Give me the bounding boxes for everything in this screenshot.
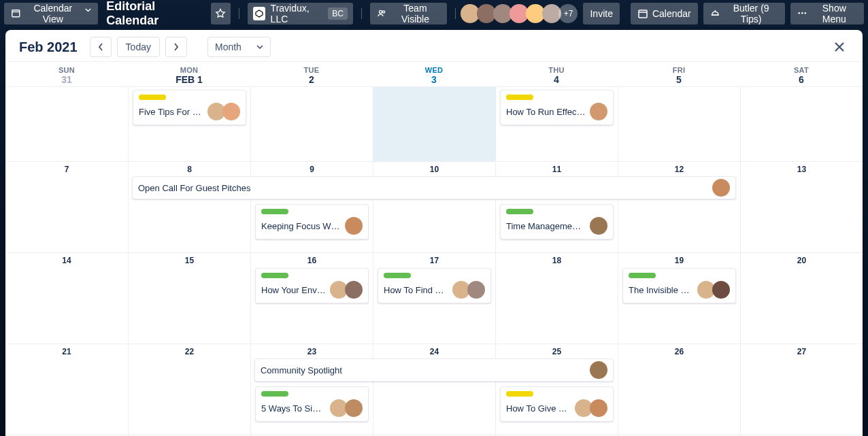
calendar-card[interactable]: Time Management Ti…: [500, 204, 614, 239]
date-number: 25: [496, 347, 618, 356]
dow-date: 3: [373, 74, 495, 85]
card-title: Keeping Focus While…: [261, 221, 341, 231]
calendar-view-switcher[interactable]: Calendar View: [4, 3, 98, 24]
invite-button[interactable]: Invite: [583, 3, 619, 24]
dow-thu: THU 4: [495, 62, 618, 86]
day-cell[interactable]: 20: [740, 252, 863, 343]
calendar-card[interactable]: Keeping Focus While…: [255, 204, 369, 239]
card-label-yellow: [139, 95, 166, 100]
day-cell[interactable]: 10: [373, 161, 495, 252]
card-title: The Invisible Pro…: [629, 285, 693, 295]
card-title: How Your Enviro…: [261, 285, 326, 295]
calendar-card[interactable]: How Your Enviro…: [255, 268, 369, 303]
calendar-card[interactable]: 5 Ways To Simpl…: [255, 386, 369, 422]
workspace-name: Travidux, LLC: [271, 3, 323, 24]
day-cell[interactable]: 9 Keeping Focus While…: [250, 161, 373, 252]
day-cell[interactable]: 24: [373, 343, 495, 435]
day-cell[interactable]: 25 How To Give Yo…: [495, 343, 618, 435]
chevron-left-icon: [97, 43, 104, 51]
avatar-overflow[interactable]: +7: [558, 4, 578, 23]
day-cell[interactable]: 15: [128, 252, 250, 343]
day-cell[interactable]: Five Tips For Inb…: [128, 86, 250, 161]
day-cell[interactable]: 27: [740, 343, 863, 435]
dow-fri: FRI 5: [618, 62, 740, 86]
dow-date: 6: [740, 74, 863, 85]
day-cell[interactable]: 14: [5, 252, 128, 343]
calendar-card[interactable]: How To Give Yo…: [500, 386, 614, 422]
dow-date: 31: [5, 74, 128, 85]
calendar-card-span[interactable]: Open Call For Guest Pitches: [132, 176, 736, 199]
date-number: 27: [741, 347, 863, 356]
day-cell[interactable]: 13: [740, 161, 863, 252]
day-cell[interactable]: 16 How Your Enviro…: [250, 252, 373, 343]
date-number: 20: [741, 256, 863, 265]
day-cell[interactable]: [5, 86, 128, 161]
divider: [361, 8, 362, 19]
card-members: [345, 217, 363, 235]
calendar-card[interactable]: The Invisible Pro…: [622, 268, 736, 303]
calendar-powerup-button[interactable]: Calendar: [631, 3, 698, 24]
member-avatars[interactable]: +7: [463, 4, 578, 23]
today-button[interactable]: Today: [117, 37, 160, 57]
chevron-down-icon: [256, 45, 263, 49]
workspace-icon: [253, 7, 265, 20]
svg-point-3: [382, 11, 384, 13]
calendar-card[interactable]: How To Find You…: [378, 268, 491, 303]
butler-button[interactable]: Butler (9 Tips): [703, 3, 785, 24]
card-title: How To Give Yo…: [506, 403, 571, 414]
dow-sat: SAT 6: [740, 62, 863, 86]
butler-label: Butler (9 Tips): [724, 3, 778, 24]
show-menu-button[interactable]: Show Menu: [790, 3, 864, 24]
menu-dots-icon: [797, 8, 807, 19]
day-cell[interactable]: How To Run Effective…: [495, 86, 618, 161]
close-calendar-button[interactable]: [827, 37, 852, 56]
card-title: Community Spotlight: [261, 365, 587, 375]
date-number: 16: [251, 256, 373, 265]
date-number: 12: [618, 165, 740, 174]
dow-header: SUN 31 MON FEB 1 TUE 2 WED 3 THU 4 FRI 5…: [5, 61, 863, 86]
day-cell[interactable]: 7: [5, 161, 128, 252]
star-board-button[interactable]: [211, 3, 231, 24]
calendar-card[interactable]: How To Run Effective…: [500, 90, 614, 125]
range-select[interactable]: Month: [207, 37, 271, 57]
day-cell[interactable]: 22: [128, 343, 250, 435]
day-cell[interactable]: 12: [618, 161, 740, 252]
calendar-card-span[interactable]: Community Spotlight: [254, 358, 614, 382]
day-cell[interactable]: 21: [5, 343, 128, 435]
card-members: [207, 103, 240, 120]
dow-name: FRI: [618, 66, 740, 74]
card-label-green: [261, 209, 288, 214]
day-cell[interactable]: 18: [495, 252, 618, 343]
day-cell-today[interactable]: [373, 86, 495, 161]
svg-point-8: [798, 12, 800, 14]
day-cell[interactable]: 17 How To Find You…: [373, 252, 495, 343]
card-members: [697, 281, 730, 299]
day-cell[interactable]: [618, 86, 740, 161]
svg-rect-4: [639, 10, 647, 18]
board-title[interactable]: Editorial Calendar: [103, 0, 205, 28]
date-number: 17: [373, 256, 495, 265]
prev-month-button[interactable]: [90, 37, 112, 57]
day-cell[interactable]: [250, 86, 373, 161]
day-cell[interactable]: 8: [128, 161, 250, 252]
bc-chip: BC: [328, 7, 348, 20]
dow-name: WED: [373, 66, 495, 74]
card-label-yellow: [506, 95, 533, 100]
date-number: 9: [251, 165, 373, 174]
dow-wed: WED 3: [373, 62, 495, 86]
calendar-card[interactable]: Five Tips For Inb…: [133, 90, 246, 125]
day-cell[interactable]: [740, 86, 863, 161]
date-number: 8: [129, 165, 250, 174]
workspace-chip[interactable]: Travidux, LLC BC: [248, 3, 353, 24]
day-cell[interactable]: 19 The Invisible Pro…: [618, 252, 740, 343]
board-top-bar: Calendar View Editorial Calendar Travidu…: [0, 0, 868, 27]
day-cell[interactable]: 23 5 Ways To Simpl…: [250, 343, 373, 435]
day-cell[interactable]: 11 Time Management Ti…: [495, 161, 618, 252]
card-title: Open Call For Guest Pitches: [138, 183, 710, 193]
team-visible-button[interactable]: Team Visible: [370, 3, 447, 24]
date-number: 10: [373, 165, 495, 174]
card-label-green: [384, 273, 411, 278]
next-month-button[interactable]: [165, 37, 187, 57]
date-number: 23: [251, 347, 373, 356]
day-cell[interactable]: 26: [618, 343, 740, 435]
